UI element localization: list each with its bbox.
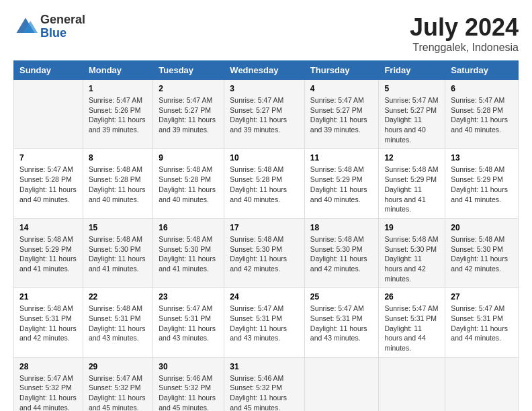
day-info: Sunrise: 5:48 AMSunset: 5:30 PMDaylight:…	[230, 234, 299, 274]
logo-blue-text: Blue	[40, 26, 66, 40]
day-info: Sunrise: 5:48 AMSunset: 5:28 PMDaylight:…	[159, 165, 218, 204]
day-header-tuesday: Tuesday	[153, 61, 224, 80]
day-number: 17	[230, 223, 299, 232]
day-cell: 24Sunrise: 5:47 AMSunset: 5:31 PMDayligh…	[224, 288, 305, 357]
day-cell: 26Sunrise: 5:47 AMSunset: 5:31 PMDayligh…	[379, 288, 445, 357]
day-cell: 3Sunrise: 5:47 AMSunset: 5:27 PMDaylight…	[224, 80, 305, 149]
day-info: Sunrise: 5:47 AMSunset: 5:27 PMDaylight:…	[230, 95, 299, 135]
logo-general-text: General	[40, 13, 85, 26]
day-number: 10	[230, 153, 299, 163]
day-info: Sunrise: 5:48 AMSunset: 5:28 PMDaylight:…	[230, 165, 299, 204]
header-row: SundayMondayTuesdayWednesdayThursdayFrid…	[14, 61, 519, 80]
day-number: 14	[19, 223, 77, 232]
day-info: Sunrise: 5:47 AMSunset: 5:31 PMDaylight:…	[451, 304, 513, 343]
day-number: 19	[384, 223, 439, 232]
day-cell: 27Sunrise: 5:47 AMSunset: 5:31 PMDayligh…	[445, 288, 519, 357]
day-info: Sunrise: 5:47 AMSunset: 5:31 PMDaylight:…	[384, 304, 439, 353]
week-row-4: 21Sunrise: 5:48 AMSunset: 5:31 PMDayligh…	[14, 288, 519, 357]
day-info: Sunrise: 5:47 AMSunset: 5:31 PMDaylight:…	[159, 304, 218, 343]
day-info: Sunrise: 5:46 AMSunset: 5:32 PMDaylight:…	[159, 373, 218, 411]
day-header-saturday: Saturday	[445, 61, 519, 80]
day-info: Sunrise: 5:48 AMSunset: 5:29 PMDaylight:…	[310, 165, 373, 204]
day-cell: 9Sunrise: 5:48 AMSunset: 5:28 PMDaylight…	[153, 149, 224, 218]
day-cell: 19Sunrise: 5:48 AMSunset: 5:30 PMDayligh…	[379, 218, 445, 287]
day-cell: 12Sunrise: 5:48 AMSunset: 5:29 PMDayligh…	[379, 149, 445, 218]
day-info: Sunrise: 5:47 AMSunset: 5:28 PMDaylight:…	[451, 95, 513, 135]
logo-icon	[13, 15, 38, 39]
day-info: Sunrise: 5:47 AMSunset: 5:32 PMDaylight:…	[19, 373, 77, 411]
page-header: General Blue July 2024 Trenggalek, Indon…	[13, 13, 519, 54]
day-cell: 30Sunrise: 5:46 AMSunset: 5:32 PMDayligh…	[153, 357, 224, 411]
title-block: July 2024 Trenggalek, Indonesia	[410, 13, 519, 54]
day-number: 31	[230, 362, 299, 371]
day-cell: 14Sunrise: 5:48 AMSunset: 5:29 PMDayligh…	[14, 218, 83, 287]
day-number: 26	[384, 292, 439, 302]
day-cell: 17Sunrise: 5:48 AMSunset: 5:30 PMDayligh…	[224, 218, 305, 287]
day-cell: 23Sunrise: 5:47 AMSunset: 5:31 PMDayligh…	[153, 288, 224, 357]
day-header-sunday: Sunday	[14, 61, 83, 80]
day-number: 16	[159, 223, 218, 232]
week-row-3: 14Sunrise: 5:48 AMSunset: 5:29 PMDayligh…	[14, 218, 519, 287]
day-number: 28	[19, 362, 77, 371]
day-number: 27	[451, 292, 513, 302]
day-info: Sunrise: 5:47 AMSunset: 5:31 PMDaylight:…	[310, 304, 373, 343]
day-cell: 7Sunrise: 5:47 AMSunset: 5:28 PMDaylight…	[14, 149, 83, 218]
day-cell: 18Sunrise: 5:48 AMSunset: 5:30 PMDayligh…	[304, 218, 379, 287]
day-info: Sunrise: 5:48 AMSunset: 5:30 PMDaylight:…	[310, 234, 373, 274]
logo-text: General Blue	[40, 13, 85, 40]
day-cell	[304, 357, 379, 411]
page-subtitle: Trenggalek, Indonesia	[410, 42, 519, 54]
day-number: 3	[230, 84, 299, 93]
day-cell: 15Sunrise: 5:48 AMSunset: 5:30 PMDayligh…	[83, 218, 152, 287]
day-cell: 10Sunrise: 5:48 AMSunset: 5:28 PMDayligh…	[224, 149, 305, 218]
day-number: 24	[230, 292, 299, 302]
calendar-header: SundayMondayTuesdayWednesdayThursdayFrid…	[14, 61, 519, 80]
day-info: Sunrise: 5:47 AMSunset: 5:32 PMDaylight:…	[89, 373, 147, 411]
day-cell: 13Sunrise: 5:48 AMSunset: 5:29 PMDayligh…	[445, 149, 519, 218]
day-info: Sunrise: 5:47 AMSunset: 5:31 PMDaylight:…	[230, 304, 299, 343]
day-number: 13	[451, 153, 513, 163]
day-number: 6	[451, 84, 513, 93]
day-number: 12	[384, 153, 439, 163]
day-cell: 21Sunrise: 5:48 AMSunset: 5:31 PMDayligh…	[14, 288, 83, 357]
day-cell: 1Sunrise: 5:47 AMSunset: 5:26 PMDaylight…	[83, 80, 152, 149]
day-number: 20	[451, 223, 513, 232]
day-number: 23	[159, 292, 218, 302]
week-row-2: 7Sunrise: 5:47 AMSunset: 5:28 PMDaylight…	[14, 149, 519, 218]
day-number: 21	[19, 292, 77, 302]
day-cell	[14, 80, 83, 149]
day-cell: 5Sunrise: 5:47 AMSunset: 5:27 PMDaylight…	[379, 80, 445, 149]
day-number: 2	[159, 84, 218, 93]
day-cell: 20Sunrise: 5:48 AMSunset: 5:30 PMDayligh…	[445, 218, 519, 287]
day-number: 30	[159, 362, 218, 371]
day-number: 18	[310, 223, 373, 232]
day-info: Sunrise: 5:47 AMSunset: 5:28 PMDaylight:…	[19, 165, 77, 204]
day-info: Sunrise: 5:48 AMSunset: 5:29 PMDaylight:…	[451, 165, 513, 204]
calendar-table: SundayMondayTuesdayWednesdayThursdayFrid…	[13, 60, 519, 411]
day-cell: 6Sunrise: 5:47 AMSunset: 5:28 PMDaylight…	[445, 80, 519, 149]
day-info: Sunrise: 5:48 AMSunset: 5:30 PMDaylight:…	[384, 234, 439, 283]
day-cell: 25Sunrise: 5:47 AMSunset: 5:31 PMDayligh…	[304, 288, 379, 357]
day-info: Sunrise: 5:47 AMSunset: 5:26 PMDaylight:…	[89, 95, 147, 135]
day-cell: 11Sunrise: 5:48 AMSunset: 5:29 PMDayligh…	[304, 149, 379, 218]
day-info: Sunrise: 5:48 AMSunset: 5:29 PMDaylight:…	[384, 165, 439, 214]
day-info: Sunrise: 5:47 AMSunset: 5:27 PMDaylight:…	[384, 95, 439, 144]
day-header-thursday: Thursday	[304, 61, 379, 80]
day-info: Sunrise: 5:47 AMSunset: 5:27 PMDaylight:…	[159, 95, 218, 135]
day-number: 1	[89, 84, 147, 93]
day-number: 5	[384, 84, 439, 93]
page-title: July 2024	[410, 13, 519, 42]
day-number: 25	[310, 292, 373, 302]
day-info: Sunrise: 5:47 AMSunset: 5:27 PMDaylight:…	[310, 95, 373, 135]
logo: General Blue	[13, 13, 85, 40]
day-info: Sunrise: 5:48 AMSunset: 5:30 PMDaylight:…	[159, 234, 218, 274]
week-row-1: 1Sunrise: 5:47 AMSunset: 5:26 PMDaylight…	[14, 80, 519, 149]
day-number: 11	[310, 153, 373, 163]
day-cell: 2Sunrise: 5:47 AMSunset: 5:27 PMDaylight…	[153, 80, 224, 149]
day-number: 9	[159, 153, 218, 163]
day-info: Sunrise: 5:48 AMSunset: 5:30 PMDaylight:…	[89, 234, 147, 274]
day-number: 15	[89, 223, 147, 232]
day-number: 8	[89, 153, 147, 163]
day-header-wednesday: Wednesday	[224, 61, 305, 80]
day-header-monday: Monday	[83, 61, 152, 80]
